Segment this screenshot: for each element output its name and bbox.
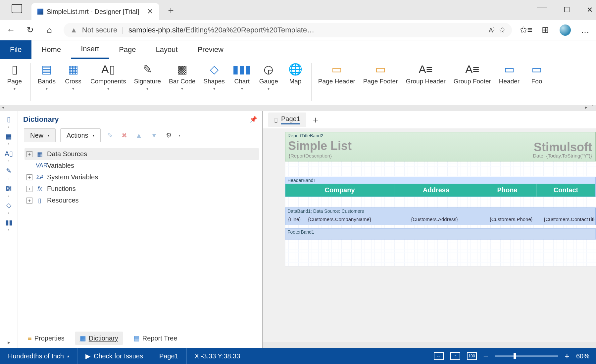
ribbon-page-header[interactable]: ▭Page Header (314, 59, 359, 105)
favorites-icon[interactable]: ✩≡ (521, 25, 531, 35)
settings-gear-icon[interactable]: ⚙ (164, 131, 174, 139)
zoom-out-button[interactable]: − (483, 351, 488, 361)
ribbon-scroll[interactable]: ◂ ▸ ˄ (0, 105, 596, 111)
col-company[interactable]: Company (285, 184, 394, 197)
canvas-hscroll[interactable] (263, 342, 596, 348)
ribbon-barcode[interactable]: ▩Bar Code▾ (165, 59, 199, 105)
ribbon-signature[interactable]: ✎Signature▾ (130, 59, 165, 105)
delete-icon[interactable]: ✖ (120, 131, 129, 139)
toolstrip-text-icon[interactable]: ▯ (3, 113, 15, 125)
actions-button[interactable]: Actions▾ (60, 128, 101, 142)
view-fit-page-icon[interactable]: ↕ (450, 352, 460, 360)
report-title-band: ReportTitleBand2 Simple List Stimulsoft … (285, 132, 596, 161)
menu-home[interactable]: Home (31, 40, 71, 59)
maximize-icon[interactable]: ☐ (564, 6, 570, 14)
view-100-icon[interactable]: 100 (467, 352, 477, 360)
tabs-overview-icon[interactable] (12, 4, 22, 13)
cell-contact[interactable]: {Customers.ContactTitle} (541, 216, 595, 223)
tab-title: SimpleList.mrt - Designer [Trial] (47, 8, 139, 16)
resource-icon: ▯ (36, 197, 44, 204)
reader-mode-icon[interactable]: A⁾ (489, 26, 495, 34)
toolstrip-richtext-icon[interactable]: A▯ (3, 148, 15, 159)
refresh-button[interactable]: ↻ (25, 25, 35, 35)
close-window-icon[interactable]: ✕ (587, 6, 593, 14)
toolstrip-signature-icon[interactable]: ✎ (3, 165, 15, 177)
moveup-icon[interactable]: ▲ (134, 132, 144, 139)
menu-insert[interactable]: Insert (71, 40, 109, 59)
ribbon-page-footer[interactable]: ▭Page Footer (359, 59, 402, 105)
favorite-add-icon[interactable]: ✩ (499, 26, 505, 34)
movedown-icon[interactable]: ▼ (149, 132, 159, 139)
tree-icon: ▤ (133, 334, 140, 342)
tab-report-tree[interactable]: ▤Report Tree (129, 332, 182, 345)
tab-properties[interactable]: ≡Properties (23, 332, 69, 345)
ribbon-footer[interactable]: ▭Foo (523, 59, 550, 105)
toolstrip-chart-icon[interactable]: ▮▮ (3, 216, 15, 228)
menu-preview[interactable]: Preview (188, 40, 233, 59)
cell-address[interactable]: {Customers.Address} (408, 216, 487, 223)
ribbon-group-header[interactable]: A≡Group Header (402, 59, 449, 105)
tab-dictionary[interactable]: ▦Dictionary (75, 332, 123, 345)
page-footer-icon: ▭ (373, 63, 388, 76)
brand-text[interactable]: Stimulsoft (534, 140, 592, 154)
ribbon-components[interactable]: A▯Components▾ (86, 59, 130, 105)
status-units[interactable]: Hundredths of Inch▴ (0, 348, 77, 364)
scroll-right-icon[interactable]: ▸ (585, 105, 587, 110)
toolstrip-expand-icon[interactable]: ▸ (8, 339, 10, 348)
status-coords: X:-3.33 Y:38.33 (187, 348, 249, 364)
close-tab-icon[interactable]: ✕ (147, 7, 153, 16)
status-check[interactable]: ▶Check for Issues (77, 348, 151, 364)
address-bar[interactable]: ▲ Not secure | samples-php.site/Editing%… (64, 23, 512, 37)
ribbon-gauge[interactable]: ◶Gauge▾ (255, 59, 282, 105)
toolstrip-barcode-icon[interactable]: ▩ (3, 182, 15, 194)
ribbon-page[interactable]: ▯Page▾ (1, 59, 28, 105)
ribbon-group-footer[interactable]: A≡Group Footer (450, 59, 495, 105)
node-resources[interactable]: +▯Resources (25, 195, 259, 206)
menu-layout[interactable]: Layout (146, 40, 188, 59)
edit-icon[interactable]: ✎ (105, 131, 115, 139)
col-phone[interactable]: Phone (478, 184, 537, 197)
report-sheet[interactable]: ReportTitleBand2 Simple List Stimulsoft … (285, 132, 596, 266)
cell-company[interactable]: {Customers.CompanyName} (305, 216, 408, 223)
col-contact[interactable]: Contact (537, 184, 595, 197)
scroll-left-icon[interactable]: ◂ (2, 105, 4, 110)
pagetab-page1[interactable]: ▯Page1 (268, 113, 306, 127)
col-address[interactable]: Address (394, 184, 478, 197)
cell-phone[interactable]: {Customers.Phone} (487, 216, 541, 223)
node-functions[interactable]: +fxFunctions (25, 183, 259, 195)
cell-line[interactable]: {Line} (285, 216, 305, 223)
ribbon-chart[interactable]: ▮▮▮Chart▾ (229, 59, 255, 105)
more-menu-icon[interactable]: … (580, 25, 590, 35)
ribbon-map[interactable]: 🌐Map (282, 59, 309, 105)
back-button[interactable]: ← (6, 25, 16, 35)
status-page[interactable]: Page1 (151, 348, 187, 364)
new-button[interactable]: New▾ (24, 128, 56, 142)
home-icon[interactable]: ⌂ (44, 25, 54, 35)
zoom-slider[interactable] (495, 355, 558, 357)
minimize-icon[interactable]: — (537, 2, 547, 13)
gauge-icon: ◶ (261, 63, 276, 76)
menu-page[interactable]: Page (109, 40, 146, 59)
report-description[interactable]: {ReportDescription} (289, 153, 332, 159)
ribbon-bands[interactable]: ▤Bands▾ (33, 59, 60, 105)
add-page-button[interactable]: ＋ (311, 114, 320, 126)
node-variables[interactable]: VARVariables (25, 160, 259, 171)
ribbon-header[interactable]: ▭Header (495, 59, 523, 105)
node-system-variables[interactable]: +Σ#System Variables (25, 171, 259, 183)
view-fit-width-icon[interactable]: ↔ (434, 352, 444, 360)
toolstrip-shape-icon[interactable]: ◇ (3, 199, 15, 211)
profile-avatar[interactable] (560, 24, 571, 36)
menu-file[interactable]: File (0, 40, 31, 59)
collections-icon[interactable]: ⊞ (540, 25, 550, 35)
new-tab-button[interactable]: ＋ (166, 4, 175, 17)
ribbon-shapes[interactable]: ◇Shapes▾ (199, 59, 228, 105)
zoom-in-button[interactable]: + (565, 351, 570, 361)
toolstrip-data-icon[interactable]: ▦ (3, 130, 15, 142)
pin-icon[interactable]: 📌 (250, 116, 257, 123)
ribbon-cross[interactable]: ▦Cross▾ (60, 59, 86, 105)
components-icon: A▯ (101, 63, 116, 76)
collapse-ribbon-icon[interactable]: ˄ (592, 105, 594, 110)
dictionary-tree: +▦Data Sources VARVariables +Σ#System Va… (18, 147, 262, 206)
browser-tab[interactable]: SimpleList.mrt - Designer [Trial] ✕ (31, 3, 159, 20)
node-data-sources[interactable]: +▦Data Sources (25, 148, 259, 160)
